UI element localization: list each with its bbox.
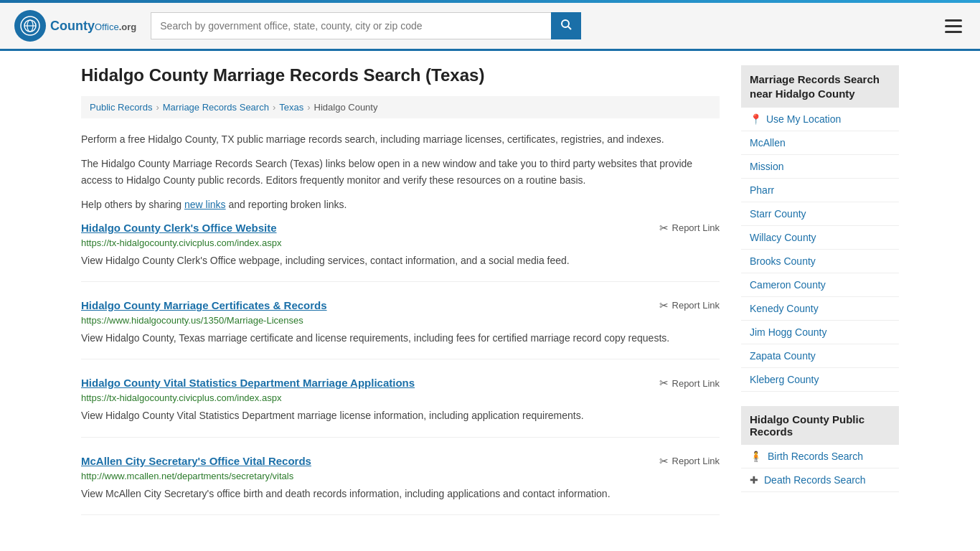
sidebar-item-use-my-location[interactable]: 📍 Use My Location [741, 108, 899, 131]
breadcrumb-public-records[interactable]: Public Records [90, 102, 152, 113]
report-link-btn-3[interactable]: ✂ Report Link [659, 377, 720, 390]
report-icon-4: ✂ [659, 455, 669, 468]
result-url-3: https://tx-hidalgocounty.civicplus.com/i… [81, 392, 720, 403]
result-desc-4: View McAllen City Secretary's office bir… [81, 486, 720, 501]
location-pin-icon: 📍 [750, 113, 762, 125]
search-input[interactable] [151, 12, 551, 39]
report-link-btn-4[interactable]: ✂ Report Link [659, 455, 720, 468]
search-container [151, 12, 581, 39]
sidebar-public-records-list: 🧍 Birth Records Search ✚ Death Records S… [741, 445, 899, 492]
sidebar-item-death-records[interactable]: ✚ Death Records Search [741, 468, 899, 492]
sidebar-item-cameron-county[interactable]: Cameron County [741, 273, 899, 297]
sidebar-item-willacy-county[interactable]: Willacy County [741, 226, 899, 250]
result-url-2: https://www.hidalgocounty.us/1350/Marria… [81, 315, 720, 326]
page-title: Hidalgo County Marriage Records Search (… [81, 65, 720, 85]
report-icon-3: ✂ [659, 377, 669, 390]
sidebar-item-pharr[interactable]: Pharr [741, 179, 899, 202]
result-link-1[interactable]: Hidalgo County Clerk's Office Website [81, 222, 277, 234]
results-list: Hidalgo County Clerk's Office Website ✂ … [81, 222, 720, 516]
report-link-btn-1[interactable]: ✂ Report Link [659, 222, 720, 235]
breadcrumb-sep2: › [273, 102, 275, 113]
result-card-3: Hidalgo County Vital Statistics Departme… [81, 377, 720, 437]
sidebar-item-kenedy-county[interactable]: Kenedy County [741, 297, 899, 321]
result-card-4: McAllen City Secretary's Office Vital Re… [81, 455, 720, 515]
result-url-4: http://www.mcallen.net/departments/secre… [81, 471, 720, 481]
sidebar-item-brooks-county[interactable]: Brooks County [741, 250, 899, 273]
description-3: Help others by sharing new links and rep… [81, 197, 720, 212]
svg-point-4 [562, 20, 569, 27]
description-2: The Hidalgo County Marriage Records Sear… [81, 156, 720, 188]
logo-icon [14, 10, 46, 42]
breadcrumb: Public Records › Marriage Records Search… [81, 96, 720, 118]
result-link-2[interactable]: Hidalgo County Marriage Certificates & R… [81, 299, 327, 311]
breadcrumb-sep1: › [156, 102, 159, 113]
breadcrumb-texas[interactable]: Texas [279, 102, 303, 113]
breadcrumb-current: Hidalgo County [314, 102, 378, 113]
sidebar-nearby-list: 📍 Use My Location McAllen Mission Pharr … [741, 108, 899, 392]
site-logo[interactable]: CountyOffice.org [14, 10, 136, 42]
sidebar-item-zapata-county[interactable]: Zapata County [741, 344, 899, 368]
logo-brand-text: CountyOffice.org [50, 19, 136, 33]
search-button[interactable] [551, 12, 581, 39]
sidebar-item-mcallen[interactable]: McAllen [741, 131, 899, 155]
description-1: Perform a free Hidalgo County, TX public… [81, 131, 720, 147]
birth-records-icon: 🧍 [750, 451, 762, 462]
breadcrumb-sep3: › [307, 102, 310, 113]
sidebar-item-jim-hogg-county[interactable]: Jim Hogg County [741, 321, 899, 344]
report-link-btn-2[interactable]: ✂ Report Link [659, 299, 720, 312]
result-link-3[interactable]: Hidalgo County Vital Statistics Departme… [81, 377, 415, 389]
menu-button[interactable] [941, 16, 966, 37]
sidebar-item-birth-records[interactable]: 🧍 Birth Records Search [741, 445, 899, 468]
sidebar-item-mission[interactable]: Mission [741, 155, 899, 179]
result-desc-1: View Hidalgo County Clerk's Office webpa… [81, 253, 720, 268]
sidebar-item-starr-county[interactable]: Starr County [741, 202, 899, 226]
result-link-4[interactable]: McAllen City Secretary's Office Vital Re… [81, 455, 311, 467]
breadcrumb-marriage-records[interactable]: Marriage Records Search [163, 102, 269, 113]
use-my-location-link[interactable]: 📍 Use My Location [741, 108, 899, 131]
report-icon-1: ✂ [659, 222, 669, 235]
result-url-1: https://tx-hidalgocounty.civicplus.com/i… [81, 237, 720, 248]
result-desc-3: View Hidalgo County Vital Statistics Dep… [81, 408, 720, 423]
sidebar-nearby-title: Marriage Records Search near Hidalgo Cou… [741, 65, 899, 108]
report-icon-2: ✂ [659, 299, 669, 312]
svg-line-5 [568, 27, 571, 29]
result-desc-2: View Hidalgo County, Texas marriage cert… [81, 330, 720, 346]
new-links-link[interactable]: new links [184, 199, 226, 210]
sidebar: Marriage Records Search near Hidalgo Cou… [741, 65, 899, 532]
result-card-2: Hidalgo County Marriage Certificates & R… [81, 299, 720, 359]
death-records-icon: ✚ [750, 474, 758, 486]
result-card-1: Hidalgo County Clerk's Office Website ✂ … [81, 222, 720, 282]
sidebar-item-kleberg-county[interactable]: Kleberg County [741, 368, 899, 392]
sidebar-public-records-title: Hidalgo County Public Records [741, 406, 899, 445]
